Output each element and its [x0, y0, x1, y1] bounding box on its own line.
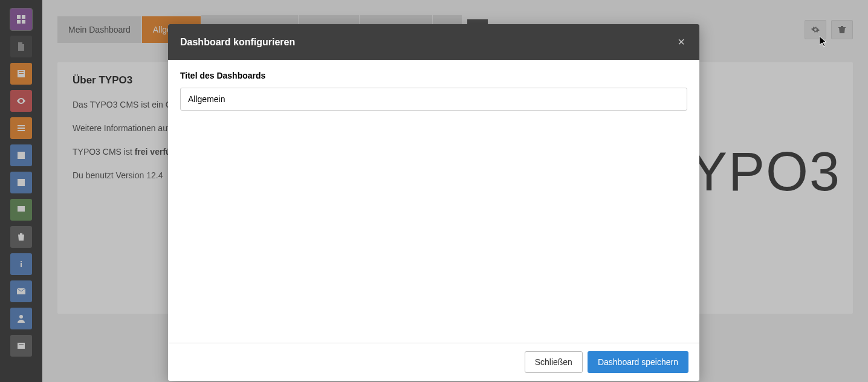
- modal-footer: Schließen Dashboard speichern: [168, 343, 699, 381]
- modal-body: Titel des Dashboards: [168, 60, 699, 343]
- save-dashboard-button[interactable]: Dashboard speichern: [588, 351, 688, 373]
- modal-title: Dashboard konfigurieren: [180, 37, 295, 48]
- configure-dashboard-modal: Dashboard konfigurieren × Titel des Dash…: [168, 24, 699, 381]
- dashboard-title-input[interactable]: [180, 88, 687, 111]
- modal-header: Dashboard konfigurieren ×: [168, 24, 699, 60]
- close-button[interactable]: Schließen: [525, 351, 583, 373]
- dashboard-title-label: Titel des Dashboards: [180, 71, 687, 80]
- modal-close-button[interactable]: ×: [675, 35, 687, 49]
